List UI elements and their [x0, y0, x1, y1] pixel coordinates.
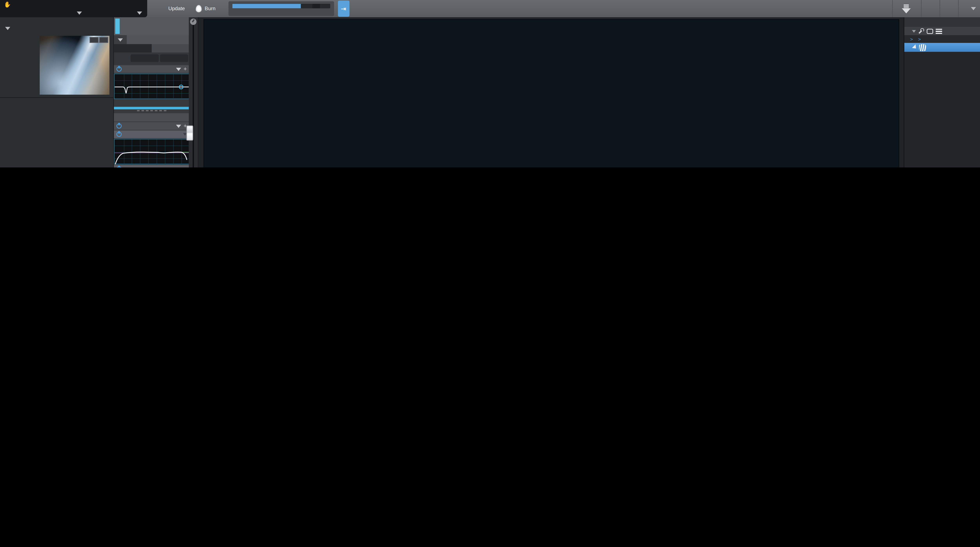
- master-eq-curve-display[interactable]: [114, 139, 189, 165]
- insert-plugin-row[interactable]: [114, 130, 189, 138]
- spectrum-analyzer[interactable]: [204, 19, 899, 168]
- studio-one-project-page: ✋ Update Burn ⇥: [0, 0, 980, 168]
- collapse-button[interactable]: [114, 35, 127, 44]
- project-dropdown-icon: [971, 7, 976, 10]
- toolbar-actions: Update Burn: [155, 3, 220, 14]
- artwork-row: [0, 35, 113, 95]
- parameter-display[interactable]: ✋: [0, 0, 147, 17]
- power-icon[interactable]: [116, 124, 121, 128]
- fader-handle[interactable]: [186, 125, 193, 141]
- sort-dropdown-icon[interactable]: [912, 30, 916, 32]
- download-button[interactable]: [892, 0, 921, 17]
- tab-pre-fx[interactable]: [114, 44, 152, 52]
- artwork-more-button[interactable]: [89, 37, 99, 43]
- page-nav: [892, 0, 980, 17]
- expand-icon[interactable]: [912, 44, 918, 50]
- pan-knob-icon[interactable]: [190, 19, 197, 25]
- album-track-list: [0, 97, 113, 98]
- update-loudness-button[interactable]: [127, 35, 189, 44]
- sort-row: [904, 27, 980, 35]
- effects-list: [904, 43, 980, 168]
- burn-flame-icon: [195, 5, 202, 13]
- channel-fader[interactable]: [189, 17, 198, 168]
- param-dropdown-icon[interactable]: [77, 11, 82, 15]
- artwork-label: [0, 36, 40, 95]
- power-icon[interactable]: [116, 67, 121, 72]
- inserts-header[interactable]: +: [114, 65, 189, 73]
- channel-color-strip: [115, 19, 120, 34]
- nav-project-button[interactable]: [958, 0, 980, 17]
- fat-channel-row[interactable]: [114, 165, 189, 168]
- artwork-image[interactable]: [40, 36, 109, 95]
- analysis-panel: [198, 17, 904, 168]
- wrench-icon[interactable]: [918, 28, 924, 34]
- add-insert-icon[interactable]: +: [183, 66, 187, 72]
- power-icon[interactable]: [116, 166, 121, 168]
- breadcrumb: > >: [904, 35, 980, 43]
- channel-header[interactable]: [114, 17, 189, 35]
- toolbar-action-button[interactable]: Burn: [191, 3, 220, 14]
- ebu-r128-readout: [114, 52, 189, 65]
- album-collapse-icon[interactable]: [5, 27, 10, 30]
- master-header[interactable]: [114, 113, 189, 121]
- toolbar-action-button[interactable]: Update: [155, 3, 189, 14]
- power-icon[interactable]: [116, 132, 121, 137]
- album-title: [0, 17, 113, 22]
- fx-tabs: [114, 44, 189, 52]
- update-arrows-icon: [159, 5, 166, 13]
- thumbnail-view-icon[interactable]: [927, 29, 933, 33]
- cd-progress-bar: [232, 4, 330, 8]
- presonus-logo-icon: [919, 44, 926, 51]
- channel-inspector: + +: [114, 17, 198, 168]
- next-marker-button[interactable]: ⇥: [338, 1, 349, 17]
- int-value: [130, 54, 159, 62]
- master-inserts-header[interactable]: +: [114, 122, 189, 130]
- hand-icon: ✋: [4, 2, 11, 8]
- control-dropdown-icon[interactable]: [137, 11, 142, 15]
- vendor-node-selected[interactable]: [904, 43, 980, 52]
- album-sidebar: [0, 17, 114, 168]
- browser-tabs: [904, 17, 980, 27]
- browser-panel: > > ◀▶: [904, 17, 980, 168]
- tab-post-fx[interactable]: [152, 44, 189, 52]
- nav-start-button[interactable]: [921, 0, 940, 17]
- nav-song-button[interactable]: [939, 0, 958, 17]
- pro-eq-curve-display[interactable]: [114, 74, 189, 99]
- album-artist: [0, 22, 113, 24]
- top-toolbar: ✋ Update Burn ⇥: [0, 0, 980, 17]
- download-icon: [902, 4, 911, 13]
- lra-value: [160, 54, 188, 62]
- list-view-icon[interactable]: [936, 29, 942, 33]
- panel-splitter[interactable]: [114, 107, 189, 109]
- cd-timeline-widget[interactable]: [228, 2, 334, 16]
- artwork-clear-button[interactable]: [99, 37, 108, 43]
